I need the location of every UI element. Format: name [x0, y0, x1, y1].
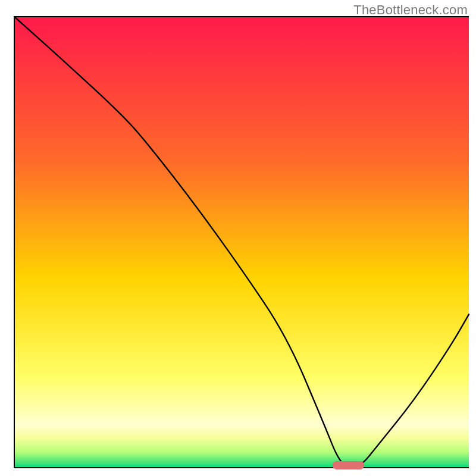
- optimum-marker: [333, 461, 364, 469]
- svg-rect-0: [14, 17, 469, 468]
- bottleneck-chart: [0, 0, 476, 476]
- chart-container: TheBottleneck.com: [0, 0, 476, 476]
